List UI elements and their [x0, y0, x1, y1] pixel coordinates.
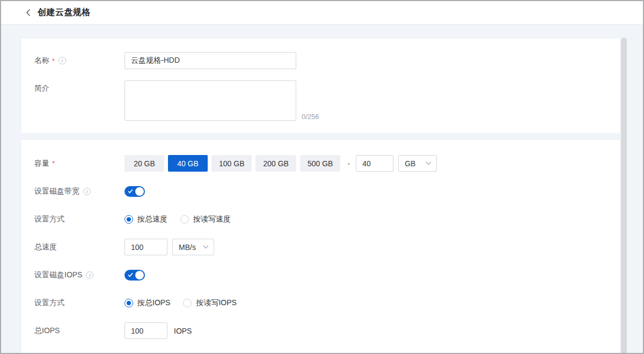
info-icon[interactable]: i [58, 57, 66, 64]
page-title: 创建云盘规格 [38, 7, 91, 18]
total-speed-label: 总速度 [34, 242, 125, 252]
radio-icon [125, 299, 133, 307]
speed-mode-radio-group: 按总速度 按读写速度 [125, 215, 231, 224]
info-icon[interactable]: i [83, 188, 91, 195]
capacity-preset-group: 20 GB 40 GB 100 GB 200 GB 500 GB [125, 155, 340, 172]
speed-mode-row: 设置方式 按总速度 按读写速度 [34, 211, 607, 227]
iops-toggle-label: 设置磁盘IOPS i [34, 270, 125, 280]
capacity-option-200gb[interactable]: 200 GB [255, 155, 296, 172]
capacity-option-100gb[interactable]: 100 GB [211, 155, 252, 172]
char-counter: 0/256 [302, 113, 319, 121]
radio-read-write-speed[interactable]: 按读写速度 [180, 215, 231, 224]
bandwidth-toggle[interactable] [125, 186, 145, 197]
description-textarea[interactable] [125, 80, 296, 121]
page-content: 名称* i 简介 0/256 容量* [1, 25, 643, 354]
capacity-option-20gb[interactable]: 20 GB [125, 155, 164, 172]
description-field-wrap: 0/256 [125, 80, 319, 121]
total-iops-input[interactable] [125, 322, 167, 339]
radio-total-speed[interactable]: 按总速度 [125, 215, 167, 224]
radio-icon [180, 215, 189, 224]
vertical-scrollbar[interactable] [621, 38, 627, 354]
basic-info-card: 名称* i 简介 0/256 [21, 39, 620, 133]
bandwidth-toggle-row: 设置磁盘带宽 i [34, 183, 607, 200]
description-label: 简介 [34, 80, 125, 93]
speed-unit-value: MB/s [179, 243, 196, 252]
total-iops-row: 总IOPS IOPS [34, 322, 607, 339]
radio-icon [183, 299, 192, 307]
speed-mode-label: 设置方式 [34, 215, 125, 224]
check-icon [128, 189, 133, 194]
capacity-label: 容量* [34, 159, 125, 168]
total-iops-label: 总IOPS [34, 326, 125, 336]
bandwidth-toggle-label: 设置磁盘带宽 i [34, 187, 125, 196]
chevron-left-icon [26, 9, 31, 17]
description-row: 简介 0/256 [34, 80, 607, 121]
name-row: 名称* i [34, 52, 607, 69]
total-speed-input[interactable] [125, 239, 167, 255]
capacity-separator: - [347, 159, 350, 168]
capacity-option-500gb[interactable]: 500 GB [300, 155, 340, 172]
iops-toggle[interactable] [125, 270, 145, 281]
capacity-row: 容量* 20 GB 40 GB 100 GB 200 GB 500 GB - G… [34, 155, 607, 172]
iops-mode-row: 设置方式 按总IOPS 按读写IOPS [34, 294, 607, 311]
iops-mode-label: 设置方式 [34, 298, 125, 308]
capacity-unit-value: GB [405, 159, 415, 168]
capacity-custom-input[interactable] [356, 155, 393, 172]
name-input[interactable] [125, 52, 296, 69]
radio-total-iops[interactable]: 按总IOPS [125, 298, 170, 308]
page-header: 创建云盘规格 [1, 1, 643, 25]
speed-unit-select[interactable]: MB/s [172, 239, 214, 255]
config-card: 容量* 20 GB 40 GB 100 GB 200 GB 500 GB - G… [21, 140, 620, 354]
iops-toggle-row: 设置磁盘IOPS i [34, 267, 607, 283]
radio-read-write-iops[interactable]: 按读写IOPS [183, 298, 236, 308]
chevron-down-icon [426, 161, 431, 165]
toggle-knob [135, 271, 144, 279]
info-icon[interactable]: i [86, 271, 93, 279]
required-mark: * [52, 159, 55, 167]
capacity-unit-select[interactable]: GB [398, 155, 437, 172]
total-speed-row: 总速度 MB/s [34, 239, 607, 255]
chevron-down-icon [203, 245, 209, 249]
toggle-knob [135, 187, 144, 196]
iops-unit-text: IOPS [174, 327, 192, 335]
app-window: 创建云盘规格 名称* i 简介 0/256 [0, 0, 644, 354]
capacity-option-40gb[interactable]: 40 GB [168, 155, 208, 172]
radio-icon [125, 215, 133, 224]
back-button[interactable] [26, 9, 31, 17]
iops-mode-radio-group: 按总IOPS 按读写IOPS [125, 298, 237, 308]
required-mark: * [52, 57, 55, 65]
name-label: 名称* i [34, 56, 125, 65]
check-icon [128, 272, 133, 277]
